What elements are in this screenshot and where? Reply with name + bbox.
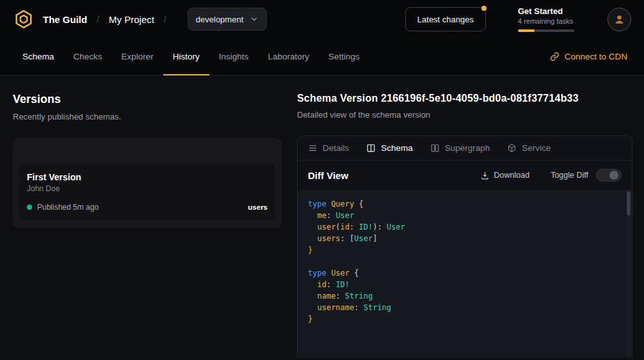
nav-tab-laboratory[interactable]: Laboratory	[258, 38, 319, 75]
person-icon	[613, 13, 625, 26]
code-scrollbar-thumb[interactable]	[627, 191, 631, 215]
supergraph-icon	[430, 143, 440, 153]
code-line: type User {	[308, 267, 622, 279]
get-started-progress-track	[518, 29, 574, 32]
detail-tabs: DetailsSchemaSupergraphService	[298, 136, 632, 160]
code-line: }	[308, 244, 622, 256]
code-line: name: String	[308, 290, 622, 302]
top-bar: The Guild / My Project / development Lat…	[0, 0, 644, 75]
nav-tab-schema[interactable]: Schema	[13, 38, 64, 75]
get-started-title: Get Started	[518, 6, 578, 16]
code-line: user(id: ID!): User	[308, 221, 622, 233]
get-started-subtitle: 4 remaining tasks	[518, 17, 578, 25]
chevron-down-icon	[250, 15, 259, 24]
breadcrumb-separator: /	[97, 14, 99, 24]
main-nav: SchemaChecksExplorerHistoryInsightsLabor…	[0, 38, 644, 75]
code-line	[308, 256, 622, 267]
version-status: Published 5m ago	[37, 203, 99, 212]
breadcrumb-org[interactable]: The Guild	[43, 14, 87, 25]
target-selector[interactable]: development	[188, 8, 267, 31]
code-block: type Query { me: User user(id: ID!): Use…	[308, 198, 622, 325]
version-status-row: Published 5m ago users	[27, 203, 268, 212]
download-label: Download	[494, 171, 530, 180]
main-content: Versions Recently published schemas. Fir…	[0, 75, 644, 358]
code-line: username: String	[308, 302, 622, 313]
detail-tab-label: Service	[522, 143, 551, 153]
diff-view-title: Diff View	[308, 170, 348, 181]
code-line: me: User	[308, 210, 622, 221]
versions-title: Versions	[13, 93, 282, 106]
cube-icon	[507, 143, 517, 153]
latest-changes-button[interactable]: Latest changes	[405, 7, 486, 31]
get-started-progress-fill	[518, 29, 535, 32]
detail-tab-label: Supergraph	[445, 143, 490, 153]
code-scrollbar-track	[627, 191, 631, 357]
target-selector-value: development	[196, 15, 243, 24]
version-detail-title: Schema Version 2166196f-5e10-4059-bd0a-0…	[297, 93, 632, 104]
diff-toggle-knob	[609, 171, 618, 180]
versions-subtitle: Recently published schemas.	[13, 112, 282, 121]
published-dot	[27, 205, 32, 210]
version-list-item[interactable]: First Version John Doe Published 5m ago …	[19, 164, 275, 220]
breadcrumb-separator: /	[164, 14, 166, 24]
version-service-badge: users	[248, 203, 268, 211]
latest-changes-label: Latest changes	[417, 15, 474, 24]
list-icon	[308, 143, 318, 153]
notification-dot	[481, 6, 487, 11]
nav-tab-history[interactable]: History	[163, 38, 209, 75]
code-line: users: [User]	[308, 233, 622, 244]
user-avatar[interactable]	[608, 8, 631, 31]
code-line: type Query {	[308, 198, 622, 210]
code-line: id: ID!	[308, 279, 622, 290]
header: The Guild / My Project / development Lat…	[0, 0, 644, 38]
detail-tab-label: Details	[323, 143, 349, 153]
schema-code-viewer: type Query { me: User user(id: ID!): Use…	[298, 190, 632, 358]
hive-logo-icon[interactable]	[13, 8, 35, 30]
schema-icon	[366, 143, 376, 153]
versions-card: First Version John Doe Published 5m ago …	[13, 137, 282, 228]
version-detail-panel: Schema Version 2166196f-5e10-4059-bd0a-0…	[297, 75, 632, 358]
detail-tab-details[interactable]: Details	[308, 143, 349, 153]
diff-view-header: Diff View Download Toggle Diff	[298, 160, 632, 190]
version-name: First Version	[27, 172, 268, 182]
connect-to-cdn-label: Connect to CDN	[565, 52, 627, 61]
download-button[interactable]: Download	[476, 170, 534, 181]
versions-panel: Versions Recently published schemas. Fir…	[13, 75, 282, 358]
code-line: }	[308, 313, 622, 325]
diff-toggle[interactable]	[596, 169, 622, 182]
breadcrumb-project[interactable]: My Project	[109, 14, 154, 25]
detail-tab-label: Schema	[381, 143, 413, 153]
nav-tab-checks[interactable]: Checks	[64, 38, 112, 75]
version-author: John Doe	[27, 184, 268, 193]
connect-to-cdn-button[interactable]: Connect to CDN	[546, 38, 631, 75]
detail-tab-schema[interactable]: Schema	[366, 143, 413, 153]
version-detail-subtitle: Detailed view of the schema version	[297, 110, 632, 120]
detail-tab-supergraph[interactable]: Supergraph	[430, 143, 490, 153]
schema-panel: DetailsSchemaSupergraphService Diff View…	[297, 136, 632, 358]
get-started-widget[interactable]: Get Started 4 remaining tasks	[518, 6, 578, 32]
link-icon	[550, 52, 559, 61]
detail-tab-service[interactable]: Service	[507, 143, 551, 153]
nav-tab-insights[interactable]: Insights	[209, 38, 259, 75]
toggle-diff-label: Toggle Diff	[551, 171, 588, 180]
download-icon	[480, 171, 490, 180]
nav-tab-explorer[interactable]: Explorer	[112, 38, 163, 75]
nav-tabs: SchemaChecksExplorerHistoryInsightsLabor…	[13, 38, 369, 75]
nav-tab-settings[interactable]: Settings	[319, 38, 369, 75]
